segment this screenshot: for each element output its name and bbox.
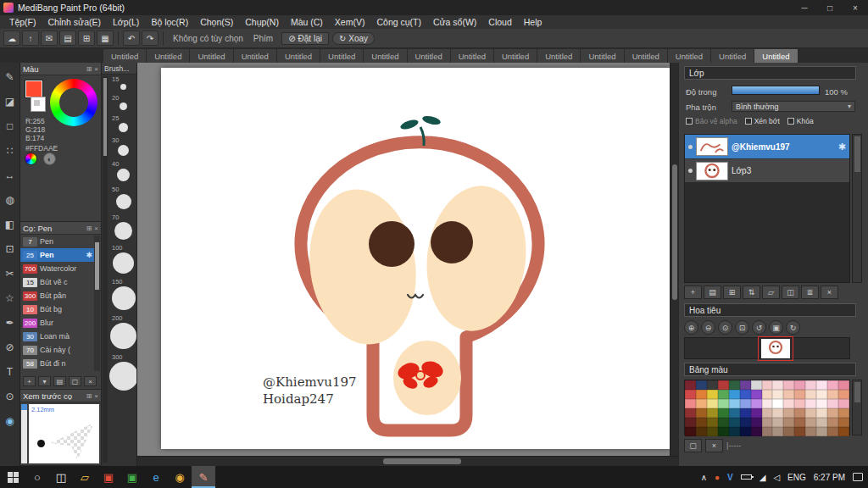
brush-size-option[interactable]: 100 bbox=[109, 245, 137, 274]
duplicate-layer-button[interactable]: ⊞ bbox=[723, 286, 741, 299]
color-wheel[interactable] bbox=[50, 79, 97, 126]
palette-swatch[interactable] bbox=[696, 427, 707, 436]
eraser-tool[interactable]: ◪ bbox=[1, 89, 19, 114]
palette-swatch[interactable] bbox=[838, 427, 849, 436]
upload-icon[interactable]: ↑ bbox=[22, 30, 39, 46]
eyedropper-tool[interactable]: ⊙ bbox=[1, 384, 19, 408]
fit-screen-button[interactable]: ▣ bbox=[769, 320, 783, 335]
palette-swatch[interactable] bbox=[794, 418, 805, 427]
gradient-tool[interactable]: ◧ bbox=[1, 212, 19, 236]
palette-swatch[interactable] bbox=[816, 408, 827, 418]
palette-swatch[interactable] bbox=[762, 408, 773, 418]
app-green-button[interactable]: ▣ bbox=[120, 466, 144, 488]
canvas-horizontal-scrollbar[interactable] bbox=[137, 456, 678, 466]
palette-swatch[interactable] bbox=[751, 418, 762, 427]
palette-swatch[interactable] bbox=[805, 408, 816, 418]
menu-item[interactable]: Cửa sổ(W) bbox=[427, 17, 482, 27]
brush-size-option[interactable]: 300 bbox=[109, 354, 137, 391]
fit-button[interactable]: ⊡ bbox=[735, 320, 749, 335]
palette-swatch[interactable] bbox=[772, 418, 783, 427]
palette-swatch[interactable] bbox=[707, 418, 718, 427]
app-red-button[interactable]: ▣ bbox=[97, 466, 120, 488]
cloud-icon[interactable]: ☁ bbox=[3, 30, 20, 46]
palette-swatch[interactable] bbox=[729, 408, 740, 418]
preview-scrollbar[interactable] bbox=[21, 404, 27, 463]
merge-layer-button[interactable]: ◫ bbox=[782, 286, 799, 299]
brush-settings-button[interactable]: ▤ bbox=[53, 376, 66, 386]
layer-visibility-icon[interactable] bbox=[688, 169, 693, 173]
select-pen-tool[interactable]: ✒ bbox=[1, 310, 19, 335]
document-tab[interactable]: Untitled bbox=[537, 49, 581, 63]
layer-checkbox[interactable]: Khóa bbox=[787, 117, 814, 125]
close-icon[interactable]: × bbox=[94, 392, 98, 400]
palette-swatch[interactable] bbox=[772, 380, 783, 390]
palette-swatch[interactable] bbox=[729, 380, 740, 390]
brush-tool[interactable]: ✎ bbox=[1, 64, 19, 89]
palette-swatch[interactable] bbox=[696, 408, 707, 418]
reset-button[interactable]: ⊘ Đặt lại bbox=[281, 32, 329, 45]
select-tool[interactable]: ⊡ bbox=[1, 236, 19, 261]
battery-icon[interactable] bbox=[741, 474, 752, 480]
undo-button[interactable]: ↶ bbox=[123, 30, 140, 46]
tray-app-icon[interactable]: ● bbox=[715, 473, 720, 482]
document-tab[interactable]: Untitled bbox=[320, 49, 364, 63]
close-icon[interactable]: × bbox=[94, 65, 98, 73]
palette-swatch[interactable] bbox=[772, 408, 783, 418]
network-icon[interactable]: ◢ bbox=[760, 473, 766, 482]
palette-swatch[interactable] bbox=[838, 399, 849, 408]
palette-swatch[interactable] bbox=[740, 399, 751, 408]
layer-row[interactable]: Lớp3 bbox=[685, 158, 849, 182]
menu-item[interactable]: Chỉnh sửa(E) bbox=[42, 17, 107, 27]
language-indicator[interactable]: ENG bbox=[787, 473, 806, 482]
menu-item[interactable]: Help bbox=[518, 17, 548, 27]
palette-swatch[interactable] bbox=[838, 390, 849, 399]
new-folder-button[interactable]: ▤ bbox=[704, 286, 721, 299]
new-layer-button[interactable]: + bbox=[684, 286, 702, 299]
palette-swatch[interactable] bbox=[685, 408, 696, 418]
fill-tool[interactable]: ◍ bbox=[1, 187, 19, 212]
brush-list-scrollbar[interactable] bbox=[94, 236, 100, 371]
palette-swatch[interactable] bbox=[751, 399, 762, 408]
start-button[interactable] bbox=[0, 466, 25, 488]
menu-item[interactable]: Chọn(S) bbox=[194, 17, 239, 27]
palette-swatch[interactable] bbox=[827, 390, 838, 399]
brush-menu-button[interactable]: ▾ bbox=[38, 376, 51, 386]
palette-swatch[interactable] bbox=[805, 399, 816, 408]
speaker-icon[interactable]: ◁ bbox=[773, 473, 780, 482]
layer-checkbox[interactable]: Bảo vệ alpha bbox=[686, 117, 737, 125]
shield-icon[interactable]: V bbox=[727, 473, 733, 482]
brush-size-option[interactable]: 40 bbox=[109, 161, 137, 181]
brush-item[interactable]: 700 Watercolor bbox=[20, 262, 95, 275]
gear-icon[interactable]: ✱ bbox=[838, 141, 846, 152]
palette-swatch[interactable] bbox=[816, 399, 827, 408]
palette-swatch[interactable] bbox=[751, 427, 762, 436]
palette-swatch[interactable] bbox=[827, 418, 838, 427]
document-tab[interactable]: Untitled bbox=[234, 49, 277, 63]
close-button[interactable]: × bbox=[843, 0, 868, 15]
palette-swatch[interactable] bbox=[740, 427, 751, 436]
document-tab[interactable]: Untitled bbox=[103, 49, 147, 63]
drawing-canvas[interactable]: @Khiemvu197 Hoidap247 bbox=[161, 68, 670, 449]
canvas-vertical-scrollbar[interactable] bbox=[670, 63, 678, 456]
layer-visibility-icon[interactable] bbox=[688, 145, 693, 149]
palette-swatch[interactable] bbox=[718, 408, 729, 418]
palette-swatch[interactable] bbox=[805, 390, 816, 399]
lasso-tool[interactable]: ✂ bbox=[1, 261, 19, 286]
palette-swatch[interactable] bbox=[783, 380, 794, 390]
dot-tool[interactable]: ∷ bbox=[1, 138, 19, 163]
minimize-button[interactable]: ─ bbox=[792, 0, 817, 15]
add-brush-button[interactable]: + bbox=[23, 376, 36, 386]
palette-swatch[interactable] bbox=[740, 380, 751, 390]
brush-size-option[interactable]: 25 bbox=[109, 115, 137, 132]
document-tab[interactable]: Untitled bbox=[494, 49, 537, 63]
palette-swatch[interactable] bbox=[740, 418, 751, 427]
task-view-button[interactable]: ◫ bbox=[49, 466, 73, 488]
popout-icon[interactable]: ⊞ bbox=[86, 65, 92, 73]
palette-swatch[interactable] bbox=[729, 418, 740, 427]
palette-swatch[interactable] bbox=[805, 418, 816, 427]
popout-icon[interactable]: ⊞ bbox=[86, 225, 92, 232]
magic-wand-tool[interactable]: ☆ bbox=[1, 286, 19, 310]
opacity-slider[interactable] bbox=[732, 86, 820, 95]
close-icon[interactable]: × bbox=[94, 225, 98, 232]
palette-swatch[interactable] bbox=[751, 390, 762, 399]
